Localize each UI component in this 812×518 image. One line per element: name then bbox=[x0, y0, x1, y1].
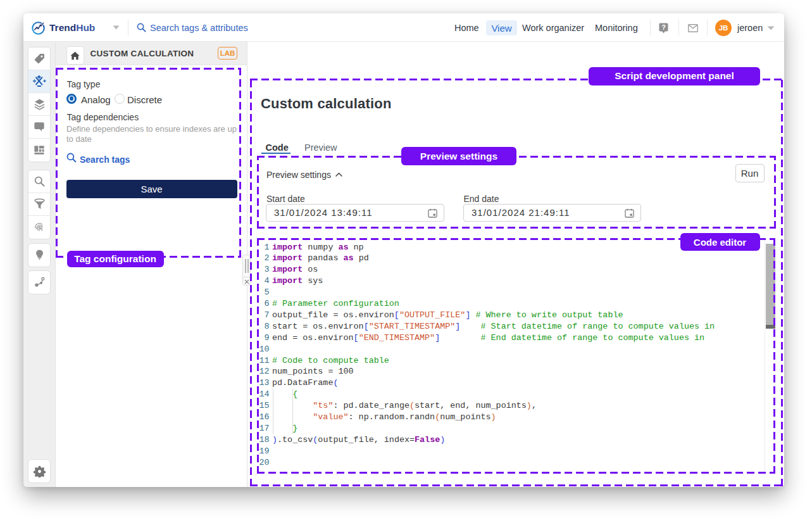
svg-text:?: ? bbox=[661, 23, 666, 31]
